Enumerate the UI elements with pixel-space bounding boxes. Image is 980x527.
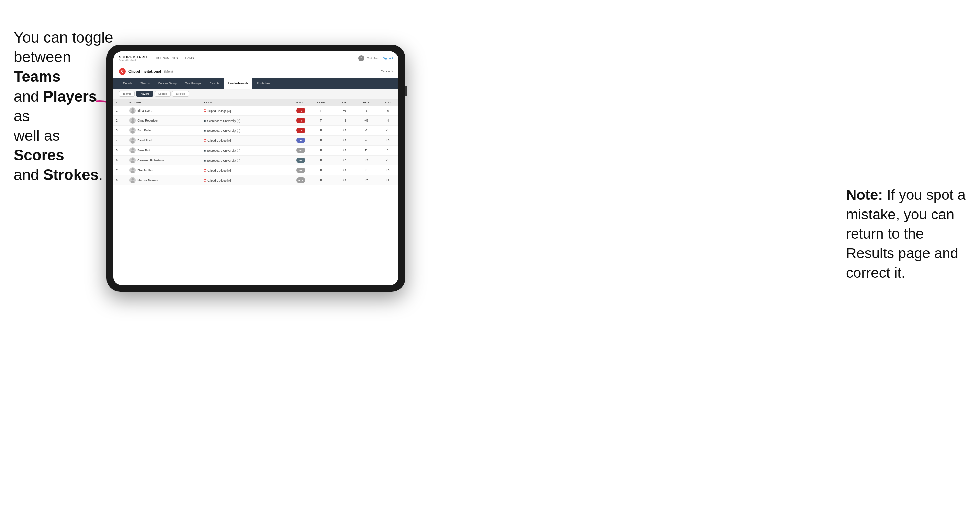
cell-rd2: -6 [356, 106, 377, 116]
cell-rank: 6 [113, 156, 127, 165]
user-avatar: T [358, 55, 364, 62]
cell-thru: F [308, 106, 334, 116]
cell-team: CClippd College [A] [201, 175, 280, 186]
svg-point-6 [131, 131, 135, 133]
cell-rd2: -2 [356, 125, 377, 136]
cell-rd3: +3 [377, 136, 398, 146]
cell-thru: F [308, 165, 334, 175]
cell-total: +1 [280, 146, 308, 156]
cell-team: CClippd College [A] [201, 106, 280, 116]
player-name: Rich Butler [137, 129, 152, 132]
score-badge: +6 [296, 157, 305, 163]
cell-team: ■Scoreboard University [A] [201, 146, 280, 156]
right-annotation: Note: If you spot a mistake, you can ret… [846, 186, 970, 283]
toggle-strokes[interactable]: Strokes [172, 91, 189, 97]
svg-point-13 [132, 168, 134, 171]
cell-rank: 3 [113, 125, 127, 136]
cell-rd3: -1 [377, 125, 398, 136]
cell-rd3: E [377, 146, 398, 156]
table-body: 1 Elliot Ebert CClippd College [A]-8F+3-… [113, 106, 398, 186]
cell-rank: 2 [113, 116, 127, 125]
cell-rd2: +2 [356, 156, 377, 165]
cell-rd1: +1 [334, 125, 356, 136]
cell-rd3: +6 [377, 165, 398, 175]
cell-total: +8 [280, 165, 308, 175]
tab-leaderboards[interactable]: Leaderboards [224, 78, 253, 89]
cell-total: -2 [280, 125, 308, 136]
team-name: Clippd College [A] [207, 169, 231, 172]
col-rd1: RD1 [334, 99, 356, 106]
tab-results[interactable]: Results [205, 78, 224, 89]
cell-team: ■Scoreboard University [A] [201, 156, 280, 165]
player-name: Blair McHarg [137, 168, 154, 172]
cell-rd3: -5 [377, 106, 398, 116]
tab-printables[interactable]: Printables [253, 78, 274, 89]
toggle-players[interactable]: Players [136, 91, 153, 97]
cell-rd1: +1 [334, 146, 356, 156]
toggle-teams[interactable]: Teams [119, 91, 135, 97]
cell-team: ■Scoreboard University [A] [201, 116, 280, 125]
svg-point-16 [131, 181, 135, 183]
cell-player: Cameron Robertson [127, 156, 201, 165]
player-avatar [129, 108, 136, 114]
logo-sub-text: Powered by clippd [119, 59, 147, 61]
scoreboard-logo: SCOREBOARD Powered by clippd [119, 55, 147, 61]
tournament-logo: C [119, 68, 126, 75]
tab-course-setup[interactable]: Course Setup [154, 78, 181, 89]
signout-link[interactable]: Sign out [383, 57, 393, 60]
tournament-title-row: C Clippd Invitational (Men) [119, 68, 173, 75]
cancel-button[interactable]: Cancel × [380, 70, 393, 73]
team-logo-icon: C [204, 109, 206, 113]
team-name: Scoreboard University [A] [207, 159, 240, 162]
tablet-screen: SCOREBOARD Powered by clippd TOURNAMENTS… [113, 51, 398, 285]
svg-point-9 [132, 148, 134, 151]
cell-rd1: +3 [334, 106, 356, 116]
cell-rd1: +2 [334, 175, 356, 186]
cell-rd1: +5 [334, 156, 356, 165]
player-name: Elliot Ebert [137, 109, 151, 112]
score-badge: +8 [296, 168, 305, 173]
team-logo-icon: C [204, 168, 206, 172]
cell-rd2: +5 [356, 116, 377, 125]
cell-rd2: +1 [356, 165, 377, 175]
cell-rd1: +1 [334, 136, 356, 146]
cell-total: +6 [280, 156, 308, 165]
svg-point-11 [132, 158, 134, 161]
col-thru: THRU [308, 99, 334, 106]
nav-link-teams[interactable]: TEAMS [183, 56, 194, 61]
svg-point-4 [131, 121, 135, 124]
cell-rank: 4 [113, 136, 127, 146]
tab-details[interactable]: Details [119, 78, 137, 89]
player-name: Rees Britt [137, 149, 150, 152]
tab-tee-groups[interactable]: Tee Groups [181, 78, 205, 89]
player-name: Cameron Robertson [137, 159, 164, 162]
team-name: Scoreboard University [A] [207, 129, 240, 133]
left-annotation: You can toggle between Teams and Players… [14, 27, 113, 185]
svg-point-2 [131, 111, 135, 114]
nav-right: T Test User | Sign out [358, 55, 393, 62]
team-name: Clippd College [A] [207, 139, 231, 143]
cell-thru: F [308, 146, 334, 156]
table-header-row: # PLAYER TEAM TOTAL THRU RD1 RD2 RD3 [113, 99, 398, 106]
col-rd2: RD2 [356, 99, 377, 106]
cell-player: Chris Robertson [127, 116, 201, 125]
tournament-gender: (Men) [164, 70, 173, 73]
table-row: 5 Rees Britt ■Scoreboard University [A]+… [113, 146, 398, 156]
cell-thru: F [308, 136, 334, 146]
cell-thru: F [308, 175, 334, 186]
toggle-scores[interactable]: Scores [154, 91, 171, 97]
team-logo-icon: ■ [204, 159, 206, 162]
tab-teams[interactable]: Teams [137, 78, 154, 89]
nav-link-tournaments[interactable]: TOURNAMENTS [154, 56, 178, 61]
player-name: Marcus Turners [137, 179, 158, 182]
cell-rank: 8 [113, 175, 127, 186]
team-logo-icon: ■ [204, 119, 206, 122]
score-badge: E [296, 138, 305, 143]
table-row: 1 Elliot Ebert CClippd College [A]-8F+3-… [113, 106, 398, 116]
player-avatar [129, 117, 136, 124]
team-logo-icon: ■ [204, 129, 206, 133]
player-avatar [129, 167, 136, 173]
cell-total: E [280, 136, 308, 146]
user-label: Test User | [367, 57, 380, 60]
table-row: 7 Blair McHarg CClippd College [A]+8F+2+… [113, 165, 398, 175]
